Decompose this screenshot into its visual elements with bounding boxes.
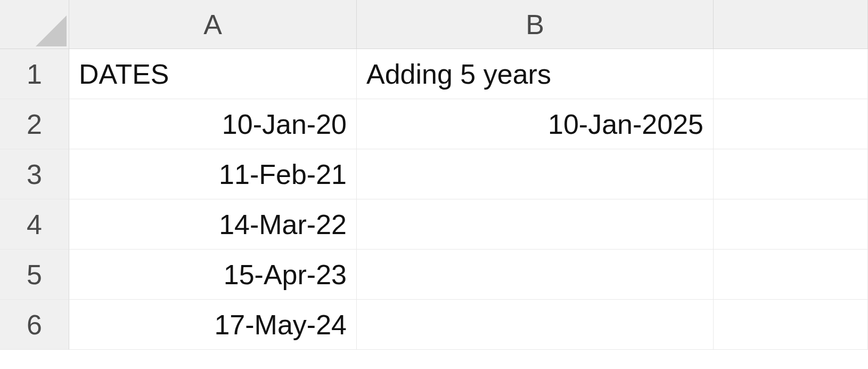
cell-A5[interactable]: 15-Apr-23 (69, 250, 357, 300)
svg-marker-0 (36, 15, 67, 46)
row-header-4[interactable]: 4 (0, 199, 69, 250)
cell-B4[interactable] (357, 199, 714, 250)
row-header-5[interactable]: 5 (0, 250, 69, 300)
cell-C3[interactable] (714, 149, 868, 199)
row-header-1[interactable]: 1 (0, 49, 69, 99)
cell-B6[interactable] (357, 300, 714, 350)
cell-C6[interactable] (714, 300, 868, 350)
column-header-A[interactable]: A (69, 0, 357, 49)
cell-A6[interactable]: 17-May-24 (69, 300, 357, 350)
cell-A2[interactable]: 10-Jan-20 (69, 99, 357, 149)
column-header-B[interactable]: B (357, 0, 714, 49)
cell-B3[interactable] (357, 149, 714, 199)
row-header-2[interactable]: 2 (0, 99, 69, 149)
select-all-corner[interactable] (0, 0, 69, 49)
row-header-6[interactable]: 6 (0, 300, 69, 350)
cell-C2[interactable] (714, 99, 868, 149)
select-all-triangle-icon (36, 15, 67, 46)
cell-B2[interactable]: 10-Jan-2025 (357, 99, 714, 149)
cell-A1[interactable]: DATES (69, 49, 357, 99)
row-header-3[interactable]: 3 (0, 149, 69, 199)
cell-B5[interactable] (357, 250, 714, 300)
cell-B1[interactable]: Adding 5 years (357, 49, 714, 99)
column-header-blank[interactable] (714, 0, 868, 49)
cell-C4[interactable] (714, 199, 868, 250)
spreadsheet-grid: A B 1 DATES Adding 5 years 2 10-Jan-20 1… (0, 0, 868, 350)
cell-A3[interactable]: 11-Feb-21 (69, 149, 357, 199)
cell-C5[interactable] (714, 250, 868, 300)
cell-C1[interactable] (714, 49, 868, 99)
cell-A4[interactable]: 14-Mar-22 (69, 199, 357, 250)
